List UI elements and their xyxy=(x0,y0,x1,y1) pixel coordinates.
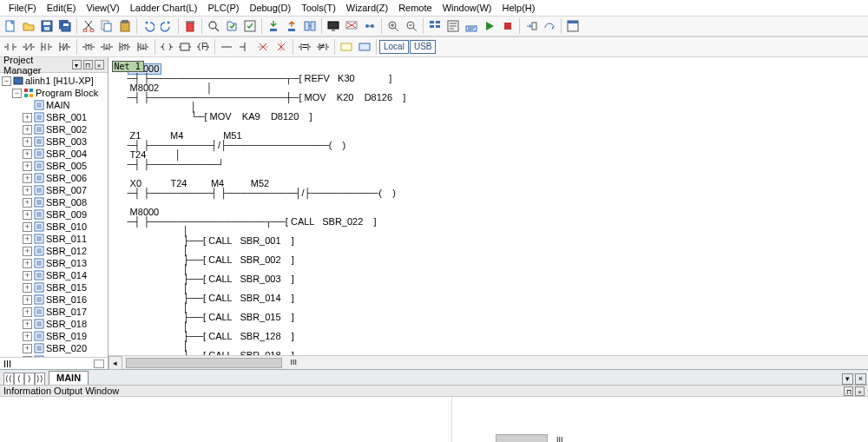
tree-sbr-sbr_012[interactable]: +SBR_012 xyxy=(0,245,108,257)
tab-next-icon[interactable]: ⟩ xyxy=(24,373,35,385)
instruction-icon[interactable] xyxy=(444,17,462,35)
comm-icon[interactable] xyxy=(361,17,378,35)
tree-expand-icon[interactable]: + xyxy=(23,174,32,183)
open-icon[interactable] xyxy=(20,17,37,35)
contact-fall-icon[interactable] xyxy=(98,38,115,56)
tree-sbr-sbr_003[interactable]: +SBR_003 xyxy=(0,135,108,148)
cut-icon[interactable] xyxy=(80,17,97,35)
tree-sbr-sbr_009[interactable]: +SBR_009 xyxy=(0,208,108,221)
hscroll-left-icon[interactable]: ◂ xyxy=(108,356,122,370)
tree-expand-icon[interactable]: + xyxy=(23,186,32,195)
cmp-eq-icon[interactable]: = xyxy=(296,38,313,56)
contact-or-rise-icon[interactable] xyxy=(116,38,134,56)
tree-sbr-sbr_015[interactable]: +SBR_015 xyxy=(0,281,108,294)
new-icon[interactable] xyxy=(2,17,19,35)
iow-close-icon[interactable]: × xyxy=(855,386,865,396)
tab-menu-icon[interactable]: ▾ xyxy=(842,373,853,385)
clear-icon[interactable] xyxy=(343,17,360,35)
del-vline-icon[interactable] xyxy=(273,38,290,56)
menu-plc[interactable]: PLC(P) xyxy=(202,2,244,14)
tree-sbr-sbr_010[interactable]: +SBR_010 xyxy=(0,221,108,233)
tree-expand-icon[interactable]: + xyxy=(23,222,32,232)
tree-expand-icon[interactable]: + xyxy=(23,198,32,208)
tab-prev-icon[interactable]: ⟨ xyxy=(14,373,24,385)
upload-icon[interactable] xyxy=(283,17,300,35)
coil-icon[interactable] xyxy=(158,38,175,56)
tree-expand-icon[interactable]: + xyxy=(23,113,32,122)
tree-expand-icon[interactable]: + xyxy=(23,295,32,305)
compile-icon[interactable] xyxy=(223,17,240,35)
contact-or-fall-icon[interactable] xyxy=(135,38,152,56)
menu-file[interactable]: File(F) xyxy=(3,2,42,14)
tree-main[interactable]: MAIN xyxy=(0,99,108,111)
contact-or-icon[interactable] xyxy=(38,38,56,56)
tab-main[interactable]: MAIN xyxy=(49,371,89,385)
tree-sbr-sbr_006[interactable]: +SBR_006 xyxy=(0,172,108,184)
menu-wizard[interactable]: Wizard(Z) xyxy=(341,2,393,14)
zoomout-icon[interactable] xyxy=(403,17,420,35)
iow-right-scroll-thumb[interactable] xyxy=(496,434,548,442)
menu-window[interactable]: Window(W) xyxy=(437,2,497,14)
ladder-canvas[interactable]: M8000─┤ ├────────────────────┬─[ REFV K3… xyxy=(108,57,868,355)
menu-view[interactable]: View(V) xyxy=(81,2,124,14)
tree-expand-icon[interactable]: + xyxy=(23,137,32,147)
monitor-icon[interactable] xyxy=(325,17,342,35)
iow-pane-right[interactable]: III xyxy=(451,397,868,442)
project-tree[interactable]: −alinh1 [H1U-XP]−Program BlockMAIN+SBR_0… xyxy=(0,73,108,357)
tab-close-icon[interactable]: × xyxy=(855,373,866,385)
save-icon[interactable] xyxy=(38,17,56,35)
tree-expand-icon[interactable]: + xyxy=(23,283,32,293)
hscroll-thumb[interactable] xyxy=(126,358,282,368)
pm-dock-icon[interactable]: ⊓ xyxy=(83,60,93,69)
statement-icon[interactable] xyxy=(356,38,373,56)
project-tree-icon[interactable] xyxy=(426,17,444,35)
ladder-hscrollbar[interactable]: ◂ III ▸ xyxy=(108,355,868,369)
menu-ladder[interactable]: Ladder Chart(L) xyxy=(125,2,203,14)
saveall-icon[interactable] xyxy=(56,17,74,35)
tree-sbr-sbr_005[interactable]: +SBR_005 xyxy=(0,160,108,172)
tree-program-block[interactable]: −Program Block xyxy=(0,87,108,99)
tree-sbr-sbr_019[interactable]: +SBR_019 xyxy=(0,330,108,342)
tree-expand-icon[interactable]: + xyxy=(23,320,32,329)
tree-expand-icon[interactable]: + xyxy=(23,332,32,341)
network-label[interactable]: Net 1 xyxy=(112,61,144,72)
iow-pane-left[interactable] xyxy=(0,397,451,442)
vline-icon[interactable] xyxy=(236,38,253,56)
tree-sbr-sbr_013[interactable]: +SBR_013 xyxy=(0,257,108,269)
tree-expand-icon[interactable]: + xyxy=(23,271,32,280)
hline-icon[interactable] xyxy=(218,38,235,56)
func-brace-icon[interactable]: F xyxy=(194,38,212,56)
menu-remote[interactable]: Remote xyxy=(393,2,437,14)
contact-orn-icon[interactable] xyxy=(56,38,74,56)
tree-expand-icon[interactable]: + xyxy=(23,307,32,317)
pm-close-icon[interactable]: × xyxy=(95,60,104,69)
cmp-ne-icon[interactable]: ≠ xyxy=(314,38,332,56)
output-icon[interactable] xyxy=(463,17,480,35)
tree-sbr-sbr_020[interactable]: +SBR_020 xyxy=(0,342,108,354)
contact-nc-icon[interactable] xyxy=(20,38,37,56)
menu-tools[interactable]: Tools(T) xyxy=(296,2,341,14)
contact-no-icon[interactable] xyxy=(2,38,19,56)
tree-expand-icon[interactable]: − xyxy=(12,89,22,98)
comment-icon[interactable] xyxy=(338,38,355,56)
stepover-icon[interactable] xyxy=(541,17,558,35)
compile-all-icon[interactable] xyxy=(241,17,259,35)
menu-edit[interactable]: Edit(E) xyxy=(42,2,82,14)
download-icon[interactable] xyxy=(265,17,282,35)
tree-expand-icon[interactable]: + xyxy=(23,247,32,256)
tree-sbr-sbr_007[interactable]: +SBR_007 xyxy=(0,184,108,196)
verify-icon[interactable] xyxy=(301,17,319,35)
tree-sbr-sbr_001[interactable]: +SBR_001 xyxy=(0,111,108,123)
tree-sbr-sbr_011[interactable]: +SBR_011 xyxy=(0,233,108,245)
tree-expand-icon[interactable]: + xyxy=(23,125,32,135)
menu-debug[interactable]: Debug(D) xyxy=(244,2,296,14)
tree-sbr-sbr_002[interactable]: +SBR_002 xyxy=(0,123,108,135)
conn-local-button[interactable]: Local xyxy=(379,40,409,54)
func-icon[interactable] xyxy=(176,38,194,56)
tree-expand-icon[interactable]: − xyxy=(2,76,11,86)
tree-sbr-sbr_004[interactable]: +SBR_004 xyxy=(0,148,108,160)
tree-expand-icon[interactable]: + xyxy=(23,259,32,268)
tree-sbr-sbr_014[interactable]: +SBR_014 xyxy=(0,269,108,281)
tab-first-icon[interactable]: ⟨⟨ xyxy=(3,373,14,385)
pm-pin-icon[interactable]: ▾ xyxy=(72,60,82,69)
